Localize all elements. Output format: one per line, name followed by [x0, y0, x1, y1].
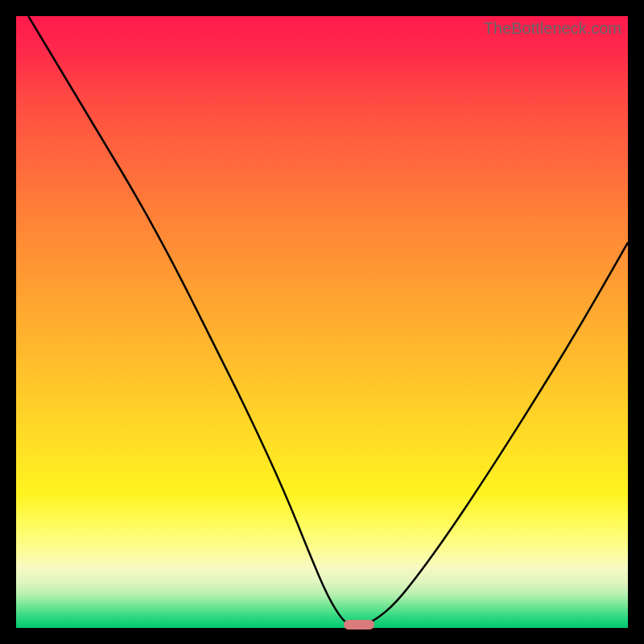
- bottleneck-curve: [16, 16, 628, 628]
- optimal-marker: [344, 620, 374, 630]
- chart-container: TheBottleneck.com: [0, 0, 644, 644]
- watermark-text: TheBottleneck.com: [484, 19, 621, 38]
